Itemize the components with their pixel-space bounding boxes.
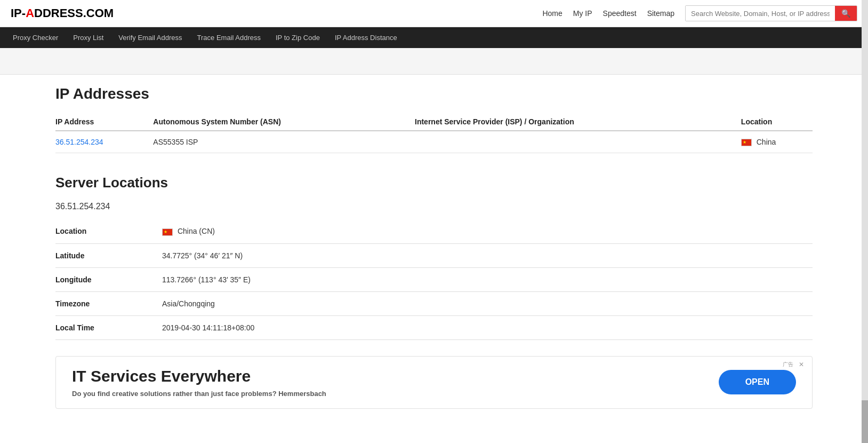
china-flag-icon xyxy=(741,139,752,146)
scrollbar-thumb[interactable] xyxy=(862,400,868,436)
header: IP-ADDRESS.COM Home My IP Speedtest Site… xyxy=(0,0,868,27)
location-value: China xyxy=(741,131,813,153)
detail-label-location: Location xyxy=(55,219,162,243)
ad-brand: Hemmersbach xyxy=(278,390,326,398)
ad-description: Do you find creative solutions rather th… xyxy=(72,390,326,398)
ip-addresses-table: IP Address Autonomous System Number (ASN… xyxy=(55,113,813,153)
location-detail-text: China (CN) xyxy=(178,227,215,235)
ad-label: 广告 xyxy=(783,361,793,368)
col-ip-address: IP Address xyxy=(55,113,153,131)
search-button[interactable]: 🔍 xyxy=(835,6,857,21)
navbar-proxy-list[interactable]: Proxy List xyxy=(66,27,111,48)
search-input[interactable] xyxy=(686,6,835,21)
detail-value-latitude: 34.7725° (34° 46′ 21″ N) xyxy=(162,243,813,267)
ad-description-text: Do you find creative solutions rather th… xyxy=(72,390,277,398)
navbar: Proxy Checker Proxy List Verify Email Ad… xyxy=(0,27,868,48)
logo-rest: DDRESS.COM xyxy=(34,6,114,20)
detail-label-localtime: Local Time xyxy=(55,315,162,339)
nav-myip[interactable]: My IP xyxy=(573,9,592,18)
server-ip-address: 36.51.254.234 xyxy=(55,202,813,211)
navbar-trace-email[interactable]: Trace Email Address xyxy=(190,27,268,48)
server-locations-title: Server Locations xyxy=(55,175,813,191)
navbar-ip-distance[interactable]: IP Address Distance xyxy=(327,27,405,48)
asn-value: AS55355 ISP xyxy=(153,131,415,153)
china-flag-detail-icon xyxy=(162,228,173,236)
ip-addresses-title: IP Addresses xyxy=(55,85,813,102)
nav-home[interactable]: Home xyxy=(542,9,562,18)
ip-address-link[interactable]: 36.51.254.234 xyxy=(55,138,103,146)
site-logo[interactable]: IP-ADDRESS.COM xyxy=(11,6,114,20)
table-row: 36.51.254.234 AS55355 ISP China xyxy=(55,131,813,153)
nav-sitemap[interactable]: Sitemap xyxy=(647,9,674,18)
navbar-ip-to-zip[interactable]: IP to Zip Code xyxy=(268,27,327,48)
main-content: IP Addresses IP Address Autonomous Syste… xyxy=(34,75,834,436)
col-asn: Autonomous System Number (ASN) xyxy=(153,113,415,131)
detail-label-timezone: Timezone xyxy=(55,291,162,315)
ad-open-button[interactable]: OPEN xyxy=(719,370,796,394)
ad-title: IT Services Everywhere xyxy=(72,367,326,385)
col-isp: Internet Service Provider (ISP) / Organi… xyxy=(415,113,741,131)
detail-value-location: China (CN) xyxy=(162,219,813,243)
banner-area xyxy=(0,48,868,75)
search-bar: 🔍 xyxy=(685,5,857,21)
ad-close-icon[interactable]: ✕ xyxy=(799,361,804,368)
detail-row-location: Location China (CN) xyxy=(55,219,813,243)
detail-value-localtime: 2019-04-30 14:11:18+08:00 xyxy=(162,315,813,339)
isp-value xyxy=(415,131,741,153)
logo-highlight: A xyxy=(26,6,34,20)
nav-speedtest[interactable]: Speedtest xyxy=(603,9,637,18)
ad-text: IT Services Everywhere Do you find creat… xyxy=(72,367,326,398)
header-nav: Home My IP Speedtest Sitemap 🔍 xyxy=(542,5,857,21)
col-location: Location xyxy=(741,113,813,131)
detail-label-latitude: Latitude xyxy=(55,243,162,267)
ad-banner: 广告 ✕ IT Services Everywhere Do you find … xyxy=(55,356,813,409)
detail-row-latitude: Latitude 34.7725° (34° 46′ 21″ N) xyxy=(55,243,813,267)
server-details-table: Location China (CN) Latitude 34.7725° (3… xyxy=(55,219,813,339)
navbar-verify-email[interactable]: Verify Email Address xyxy=(111,27,189,48)
detail-value-timezone: Asia/Chongqing xyxy=(162,291,813,315)
detail-value-longitude: 113.7266° (113° 43′ 35″ E) xyxy=(162,267,813,291)
detail-row-timezone: Timezone Asia/Chongqing xyxy=(55,291,813,315)
detail-row-localtime: Local Time 2019-04-30 14:11:18+08:00 xyxy=(55,315,813,339)
location-text: China xyxy=(757,138,776,146)
detail-label-longitude: Longitude xyxy=(55,267,162,291)
detail-row-longitude: Longitude 113.7266° (113° 43′ 35″ E) xyxy=(55,267,813,291)
scrollbar[interactable] xyxy=(862,0,868,436)
navbar-proxy-checker[interactable]: Proxy Checker xyxy=(5,27,66,48)
